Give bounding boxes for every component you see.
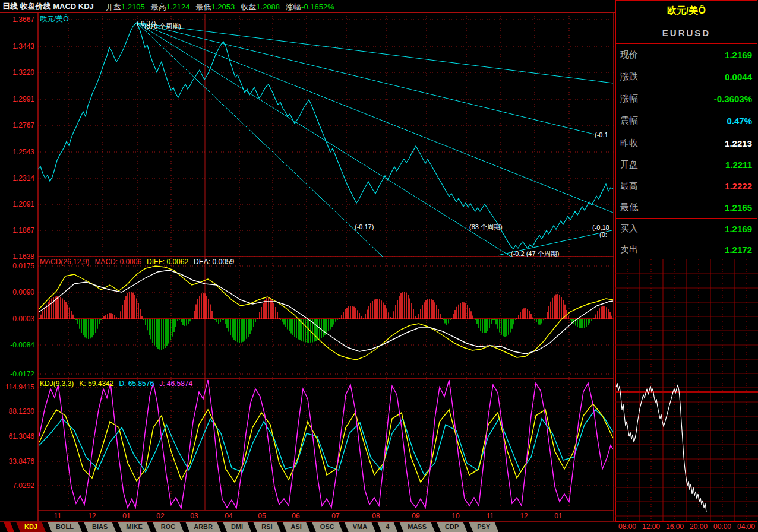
month-label: 08 bbox=[372, 512, 380, 520]
svg-text:0.0175: 0.0175 bbox=[12, 262, 34, 270]
quote-row: 开盘1.2211 bbox=[616, 159, 757, 170]
quote-section-current: 现价1.2169涨跌0.0044涨幅-0.3603%震幅0.47% bbox=[616, 43, 757, 132]
svg-text:1.2991: 1.2991 bbox=[12, 95, 34, 103]
month-label: 11 bbox=[487, 512, 494, 520]
month-label: 11 bbox=[54, 512, 61, 520]
indicator-tab-boll[interactable]: BOLL bbox=[48, 522, 82, 532]
indicator-tab-4[interactable]: 4 bbox=[377, 522, 397, 532]
quote-row: 卖出1.2172 bbox=[616, 244, 757, 255]
macd-header: MACD(26,12,9)MACD: 0.0006DIFF: 0.0062DEA… bbox=[40, 258, 239, 266]
indicator-value: DEA: 0.0059 bbox=[194, 258, 234, 266]
trading-terminal-window: 日线 收盘价线 MACD KDJ 开盘1.2105最高1.2124最低1.205… bbox=[0, 0, 758, 532]
quote-value: -0.3603% bbox=[714, 94, 752, 104]
trendline-annotation: (370 个周期) bbox=[144, 22, 181, 31]
indicator-tab-psy[interactable]: PSY bbox=[469, 522, 498, 532]
month-label: 04 bbox=[225, 512, 232, 520]
quote-label: 最高 bbox=[620, 180, 638, 192]
quote-value: 0.47% bbox=[727, 116, 752, 126]
indicator-tab-roc[interactable]: ROC bbox=[153, 522, 184, 532]
quote-value: 1.2165 bbox=[725, 202, 752, 213]
time-axis: 08:0012:0016:0020:0000:0004:00 bbox=[615, 522, 758, 532]
month-label: 12 bbox=[88, 512, 96, 520]
quote-label: 涨幅 bbox=[620, 93, 638, 104]
indicator-value: D: 65.8576 bbox=[119, 379, 154, 388]
quote-label: 震幅 bbox=[620, 115, 638, 126]
quote-value: 1.2169 bbox=[725, 224, 752, 234]
quote-value: 1.2169 bbox=[725, 50, 752, 60]
svg-text:1.2314: 1.2314 bbox=[12, 174, 34, 182]
month-label: 09 bbox=[412, 512, 419, 520]
svg-text:1.3667: 1.3667 bbox=[12, 15, 34, 24]
tabstrip-lead-decoration bbox=[4, 522, 14, 532]
time-label: 16:00 bbox=[666, 522, 684, 531]
indicator-tab-asi[interactable]: ASI bbox=[283, 522, 310, 532]
instrument-code: EURUSD bbox=[616, 28, 757, 38]
trendline-annotation: (-0.1 bbox=[595, 131, 608, 138]
quote-value: 1.2213 bbox=[725, 138, 752, 148]
indicator-tab-cdp[interactable]: CDP bbox=[437, 522, 467, 532]
quote-row: 最低1.2165 bbox=[616, 202, 757, 213]
svg-text:1.2091: 1.2091 bbox=[12, 200, 34, 208]
month-label: 02 bbox=[156, 512, 164, 520]
quote-row: 最高1.2222 bbox=[616, 180, 757, 192]
indicator-tabstrip: KDJBOLLBIASMIKEROCARBRDMIRSIASIOSCVMA4MA… bbox=[0, 522, 618, 532]
time-label: 00:00 bbox=[713, 522, 731, 531]
indicator-value: MACD: 0.0006 bbox=[94, 258, 141, 266]
time-label: 12:00 bbox=[642, 522, 660, 531]
indicator-value: DIFF: 0.0062 bbox=[147, 258, 188, 266]
month-label: 01 bbox=[122, 512, 130, 520]
svg-text:114.9415: 114.9415 bbox=[5, 383, 34, 391]
intraday-tick-chart[interactable] bbox=[615, 259, 758, 522]
svg-text:1.1638: 1.1638 bbox=[12, 252, 34, 261]
trendline-annotation: (-0.2 (47 个周期) bbox=[511, 249, 559, 258]
quote-value: 1.2222 bbox=[725, 181, 752, 191]
quote-section-bidask: 买入1.2169卖出1.2172 bbox=[616, 218, 757, 260]
indicator-tab-mike[interactable]: MIKE bbox=[118, 522, 151, 532]
svg-text:1.3443: 1.3443 bbox=[12, 42, 34, 50]
kdj-header: KDJ(9,3,3)K: 59.4342D: 65.8576J: 46.5874 bbox=[40, 379, 198, 388]
quote-row: 涨跌0.0044 bbox=[616, 71, 757, 83]
indicator-value: MACD(26,12,9) bbox=[40, 258, 89, 266]
quote-label: 开盘 bbox=[620, 159, 638, 170]
month-label: 06 bbox=[292, 512, 299, 520]
quote-label: 涨跌 bbox=[620, 71, 638, 83]
chart-canvas[interactable]: 1.36671.34431.32201.29911.27671.25431.23… bbox=[0, 0, 615, 532]
instrument-name: 欧元/美Ô bbox=[616, 5, 757, 17]
svg-text:88.1230: 88.1230 bbox=[9, 407, 35, 416]
time-label: 08:00 bbox=[618, 522, 636, 531]
month-label: 10 bbox=[451, 512, 459, 520]
month-label: 05 bbox=[258, 512, 266, 520]
quote-row: 震幅0.47% bbox=[616, 115, 757, 126]
quote-row: 现价1.2169 bbox=[616, 49, 757, 61]
svg-text:0.0003: 0.0003 bbox=[12, 315, 34, 323]
indicator-tab-osc[interactable]: OSC bbox=[312, 522, 343, 532]
month-axis: 111201020304050607080910111201 bbox=[0, 512, 614, 521]
quote-label: 昨收 bbox=[620, 138, 638, 149]
indicator-tab-kdj[interactable]: KDJ bbox=[16, 522, 46, 532]
trendline-annotation: (0: bbox=[599, 231, 607, 238]
indicator-value: KDJ(9,3,3) bbox=[40, 379, 74, 388]
svg-text:7.0292: 7.0292 bbox=[12, 482, 34, 490]
indicator-tab-vma[interactable]: VMA bbox=[345, 522, 375, 532]
quote-label: 卖出 bbox=[620, 244, 638, 255]
month-label: 12 bbox=[520, 512, 528, 520]
month-label: 03 bbox=[190, 512, 198, 520]
indicator-tab-bias[interactable]: BIAS bbox=[84, 522, 116, 532]
indicator-tab-mass[interactable]: MASS bbox=[399, 522, 435, 532]
main-chart-title: 欧元/美Ô bbox=[40, 14, 69, 24]
time-label: 20:00 bbox=[690, 522, 708, 531]
month-label: 01 bbox=[554, 512, 562, 520]
svg-text:1.3220: 1.3220 bbox=[12, 68, 34, 77]
indicator-tab-rsi[interactable]: RSI bbox=[253, 522, 280, 532]
quote-value: 1.2172 bbox=[725, 245, 752, 255]
indicator-tab-arbr[interactable]: ARBR bbox=[185, 522, 221, 532]
indicator-tab-dmi[interactable]: DMI bbox=[223, 522, 251, 532]
quote-row: 昨收1.2213 bbox=[616, 138, 757, 149]
svg-text:1.1867: 1.1867 bbox=[12, 226, 34, 235]
quote-label: 现价 bbox=[620, 49, 638, 61]
quote-section-ohlc: 昨收1.2213开盘1.2211最高1.2222最低1.2165 bbox=[616, 132, 757, 218]
trendline-annotation: (83 个周期) bbox=[469, 223, 503, 232]
svg-text:-0.0084: -0.0084 bbox=[10, 341, 34, 349]
month-label: 07 bbox=[331, 512, 339, 520]
svg-text:1.2543: 1.2543 bbox=[12, 148, 34, 156]
